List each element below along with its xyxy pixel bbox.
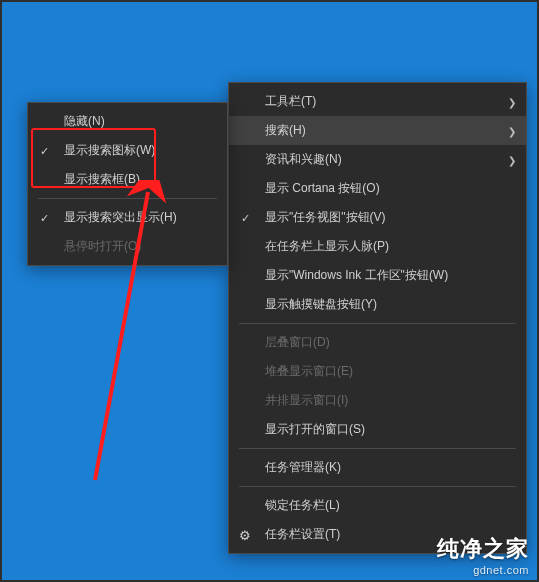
submenu-item-open-hover: 悬停时打开(O) — [28, 232, 227, 261]
menu-item-label: 搜索(H) — [265, 122, 306, 139]
chevron-right-icon: ❯ — [508, 125, 516, 136]
menu-item-taskview[interactable]: ✓ 显示"任务视图"按钮(V) — [229, 203, 526, 232]
menu-item-lock[interactable]: 锁定任务栏(L) — [229, 491, 526, 520]
submenu-item-show-box[interactable]: 显示搜索框(B) — [28, 165, 227, 194]
menu-item-taskmgr[interactable]: 任务管理器(K) — [229, 453, 526, 482]
menu-item-cortana[interactable]: 显示 Cortana 按钮(O) — [229, 174, 526, 203]
menu-item-label: 显示"Windows Ink 工作区"按钮(W) — [265, 267, 448, 284]
menu-item-label: 显示"任务视图"按钮(V) — [265, 209, 386, 226]
check-icon: ✓ — [40, 144, 49, 157]
search-submenu: 隐藏(N) ✓ 显示搜索图标(W) 显示搜索框(B) ✓ 显示搜索突出显示(H)… — [27, 102, 228, 266]
menu-item-label: 锁定任务栏(L) — [265, 497, 340, 514]
menu-item-touchkb[interactable]: 显示触摸键盘按钮(Y) — [229, 290, 526, 319]
taskbar-context-menu: 工具栏(T) ❯ 搜索(H) ❯ 资讯和兴趣(N) ❯ 显示 Cortana 按… — [228, 82, 527, 554]
menu-item-label: 隐藏(N) — [64, 113, 105, 130]
menu-item-cascade: 层叠窗口(D) — [229, 328, 526, 357]
check-icon: ✓ — [241, 211, 250, 224]
menu-item-label: 悬停时打开(O) — [64, 238, 141, 255]
menu-item-news[interactable]: 资讯和兴趣(N) ❯ — [229, 145, 526, 174]
menu-item-label: 并排显示窗口(I) — [265, 392, 348, 409]
chevron-right-icon: ❯ — [508, 154, 516, 165]
watermark-url: gdnet.com — [437, 564, 529, 576]
menu-item-showdesktop[interactable]: 显示打开的窗口(S) — [229, 415, 526, 444]
menu-separator — [239, 323, 516, 324]
menu-item-label: 资讯和兴趣(N) — [265, 151, 342, 168]
gear-icon: ⚙ — [239, 527, 251, 542]
submenu-item-hidden[interactable]: 隐藏(N) — [28, 107, 227, 136]
menu-separator — [239, 448, 516, 449]
menu-item-label: 显示搜索图标(W) — [64, 142, 155, 159]
menu-item-label: 在任务栏上显示人脉(P) — [265, 238, 389, 255]
menu-item-label: 显示触摸键盘按钮(Y) — [265, 296, 377, 313]
submenu-item-highlights[interactable]: ✓ 显示搜索突出显示(H) — [28, 203, 227, 232]
menu-item-people[interactable]: 在任务栏上显示人脉(P) — [229, 232, 526, 261]
menu-item-label: 显示 Cortana 按钮(O) — [265, 180, 380, 197]
menu-item-label: 任务栏设置(T) — [265, 526, 340, 543]
menu-item-toolbar[interactable]: 工具栏(T) ❯ — [229, 87, 526, 116]
menu-item-label: 任务管理器(K) — [265, 459, 341, 476]
menu-separator — [239, 486, 516, 487]
menu-item-stacked: 堆叠显示窗口(E) — [229, 357, 526, 386]
submenu-item-show-icon[interactable]: ✓ 显示搜索图标(W) — [28, 136, 227, 165]
menu-item-label: 工具栏(T) — [265, 93, 316, 110]
menu-separator — [38, 198, 217, 199]
check-icon: ✓ — [40, 211, 49, 224]
watermark-title: 纯净之家 — [437, 534, 529, 564]
menu-item-ink[interactable]: 显示"Windows Ink 工作区"按钮(W) — [229, 261, 526, 290]
menu-item-label: 显示搜索突出显示(H) — [64, 209, 177, 226]
menu-item-label: 显示搜索框(B) — [64, 171, 140, 188]
menu-item-label: 堆叠显示窗口(E) — [265, 363, 353, 380]
menu-item-sidebyside: 并排显示窗口(I) — [229, 386, 526, 415]
menu-item-search[interactable]: 搜索(H) ❯ — [229, 116, 526, 145]
chevron-right-icon: ❯ — [508, 96, 516, 107]
menu-item-label: 显示打开的窗口(S) — [265, 421, 365, 438]
watermark: 纯净之家 gdnet.com — [437, 534, 529, 576]
menu-item-label: 层叠窗口(D) — [265, 334, 330, 351]
